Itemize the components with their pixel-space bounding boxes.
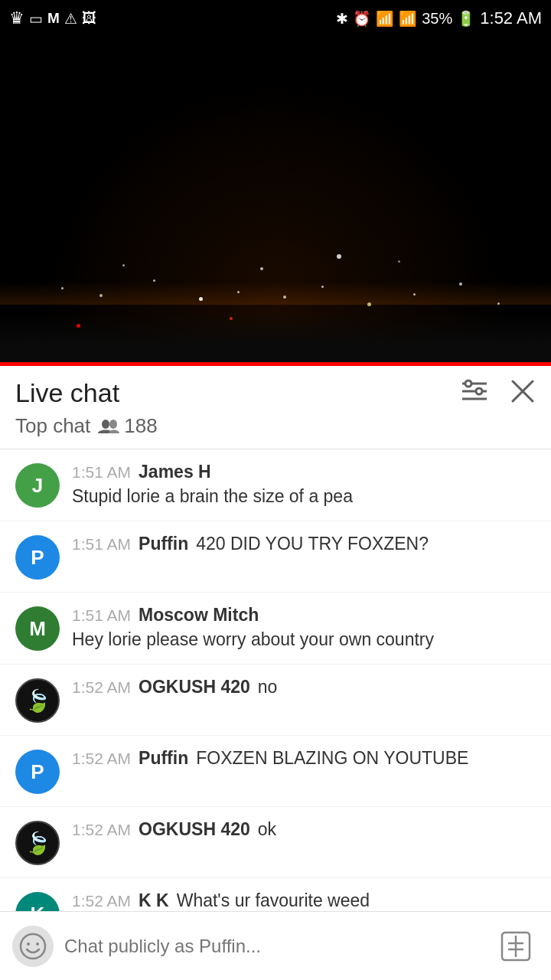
chat-text: ok bbox=[258, 819, 276, 840]
video-progress-bar bbox=[0, 362, 551, 366]
chat-time: 1:51 AM bbox=[72, 535, 131, 554]
status-left-icons: ♛ ▭ M ⚠ 🖼 bbox=[9, 8, 96, 28]
chat-text: no bbox=[258, 677, 278, 697]
wifi-icon: 📶 bbox=[376, 10, 394, 28]
chat-username: Puffin bbox=[139, 534, 188, 554]
svg-point-11 bbox=[36, 942, 39, 946]
chat-message: 🍃1:52 AMOGKUSH 420 ok bbox=[0, 807, 551, 878]
folder-icon: ▭ bbox=[29, 10, 43, 28]
chat-text: 420 DID YOU TRY FOXZEN? bbox=[196, 534, 429, 554]
chat-avatar: P bbox=[15, 535, 60, 580]
chat-meta: 1:52 AMOGKUSH 420 ok bbox=[72, 819, 536, 840]
chat-avatar: P bbox=[15, 750, 60, 794]
video-player[interactable] bbox=[0, 37, 551, 366]
chat-content: 1:52 AMOGKUSH 420 ok bbox=[72, 819, 536, 840]
send-money-icon-button[interactable] bbox=[493, 923, 539, 969]
svg-rect-3 bbox=[465, 381, 471, 387]
chat-meta: 1:52 AMPuffin FOXZEN BLAZING ON YOUTUBE bbox=[72, 748, 536, 769]
chat-content: 1:52 AMK K What's ur favourite weed bbox=[72, 890, 536, 911]
chat-content: 1:52 AMPuffin FOXZEN BLAZING ON YOUTUBE bbox=[72, 748, 536, 769]
chat-username: James H bbox=[139, 462, 211, 482]
svg-point-10 bbox=[27, 942, 30, 946]
chat-avatar: 🍃 bbox=[15, 821, 60, 865]
chat-content: 1:51 AMJames HStupid lorie a brain the s… bbox=[72, 462, 536, 508]
time-display: 1:52 AM bbox=[480, 8, 542, 28]
viewer-count: 188 bbox=[98, 414, 157, 438]
chat-message: M1:51 AMMoscow MitchHey lorie please wor… bbox=[0, 593, 551, 665]
chat-username: K K bbox=[139, 890, 169, 911]
chat-text: Hey lorie please worry about your own co… bbox=[72, 627, 536, 652]
chat-message: J1:51 AMJames HStupid lorie a brain the … bbox=[0, 449, 551, 521]
svg-point-9 bbox=[21, 934, 45, 959]
filter-icon-button[interactable] bbox=[461, 379, 488, 407]
chat-username: OGKUSH 420 bbox=[139, 677, 250, 697]
chat-meta: 1:51 AMJames H bbox=[72, 462, 536, 482]
chat-message: 🍃1:52 AMOGKUSH 420 no bbox=[0, 665, 551, 736]
chat-time: 1:51 AM bbox=[72, 463, 131, 482]
emoji-button[interactable] bbox=[12, 926, 54, 967]
image-icon: 🖼 bbox=[82, 10, 96, 27]
chat-time: 1:52 AM bbox=[72, 750, 131, 768]
status-bar: ♛ ▭ M ⚠ 🖼 ✱ ⏰ 📶 📶 35% 🔋 1:52 AM bbox=[0, 0, 551, 37]
close-icon-button[interactable] bbox=[510, 378, 536, 408]
chat-meta: 1:52 AMOGKUSH 420 no bbox=[72, 677, 536, 697]
chat-text: Stupid lorie a brain the size of a pea bbox=[72, 484, 536, 508]
battery-percent: 35% bbox=[422, 10, 452, 28]
chat-text: FOXZEN BLAZING ON YOUTUBE bbox=[196, 748, 468, 769]
chat-meta: 1:51 AMMoscow Mitch bbox=[72, 605, 536, 626]
chat-time: 1:52 AM bbox=[72, 821, 131, 839]
chat-time: 1:51 AM bbox=[72, 606, 131, 625]
svg-point-8 bbox=[109, 420, 117, 429]
live-chat-header: Live chat bbox=[0, 366, 551, 449]
chat-time: 1:52 AM bbox=[72, 678, 131, 697]
m-icon: M bbox=[47, 10, 60, 27]
chat-username: Puffin bbox=[139, 748, 188, 769]
chat-time: 1:52 AM bbox=[72, 892, 131, 910]
chat-content: 1:51 AMMoscow MitchHey lorie please worr… bbox=[72, 605, 536, 652]
svg-point-7 bbox=[102, 420, 109, 429]
chat-avatar: 🍃 bbox=[15, 678, 60, 723]
top-chat-label: Top chat bbox=[15, 414, 90, 438]
crown-icon: ♛ bbox=[9, 8, 24, 28]
chat-content: 1:51 AMPuffin 420 DID YOU TRY FOXZEN? bbox=[72, 534, 536, 554]
chat-message: P1:51 AMPuffin 420 DID YOU TRY FOXZEN? bbox=[0, 521, 551, 593]
live-chat-title: Live chat bbox=[15, 378, 119, 408]
bluetooth-icon: ✱ bbox=[336, 10, 348, 28]
chat-text: What's ur favourite weed bbox=[177, 890, 370, 911]
alarm-icon: ⏰ bbox=[353, 10, 371, 28]
chat-message: P1:52 AMPuffin FOXZEN BLAZING ON YOUTUBE bbox=[0, 736, 551, 807]
chat-input[interactable] bbox=[64, 926, 482, 967]
battery-icon: 🔋 bbox=[457, 10, 475, 28]
chat-avatar: M bbox=[15, 606, 60, 651]
signal-icon: 📶 bbox=[399, 10, 417, 28]
svg-rect-4 bbox=[476, 388, 482, 394]
chat-username: OGKUSH 420 bbox=[139, 819, 250, 840]
chat-message-list: J1:51 AMJames HStupid lorie a brain the … bbox=[0, 449, 551, 980]
chat-content: 1:52 AMOGKUSH 420 no bbox=[72, 677, 536, 697]
chat-input-bar bbox=[0, 911, 551, 980]
chat-avatar: J bbox=[15, 463, 60, 508]
chat-username: Moscow Mitch bbox=[139, 605, 259, 626]
chat-meta: 1:51 AMPuffin 420 DID YOU TRY FOXZEN? bbox=[72, 534, 536, 554]
warning-icon: ⚠ bbox=[64, 10, 77, 28]
chat-meta: 1:52 AMK K What's ur favourite weed bbox=[72, 890, 536, 911]
status-right-icons: ✱ ⏰ 📶 📶 35% 🔋 1:52 AM bbox=[336, 8, 542, 28]
